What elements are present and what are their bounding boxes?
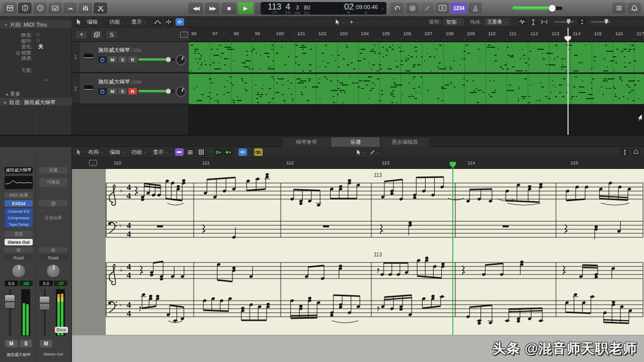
fader-cap[interactable] xyxy=(5,295,15,308)
score-notation[interactable]: ♭♭4444113♭♭4444113 xyxy=(106,169,644,335)
selection-display-icon[interactable] xyxy=(175,148,184,156)
group-slot[interactable]: 组 xyxy=(5,247,33,252)
list-editors-button[interactable] xyxy=(612,3,626,14)
resize-vertical-icon[interactable] xyxy=(620,148,629,156)
peak-value[interactable]: -37 xyxy=(54,281,67,286)
automation-mode[interactable]: Read xyxy=(5,254,33,261)
track-name[interactable]: 施坦威大钢琴 | Ch1 xyxy=(98,78,141,85)
library-button[interactable] xyxy=(3,3,17,14)
region-param-row[interactable]: Q-摇摆: xyxy=(0,50,72,55)
track-header-2[interactable]: 2 施坦威大钢琴 | Ch1 M S R xyxy=(72,73,189,105)
region-param-arrows[interactable]: ▴ ▾ xyxy=(44,78,48,81)
inspector-button[interactable] xyxy=(18,3,32,14)
bar-ruler[interactable]: 9697989910010110210310410510610710810911… xyxy=(189,28,644,42)
left-click-tool[interactable]: ⌄ xyxy=(356,149,366,155)
output-slot[interactable]: Stereo Out xyxy=(5,239,33,245)
more-disclosure[interactable]: ▶ 更多 xyxy=(6,90,20,98)
audio-fx-slot[interactable]: Compressor xyxy=(5,215,33,221)
midi-out-icon[interactable] xyxy=(224,148,233,156)
cycle-button[interactable] xyxy=(390,3,404,14)
toolbar-toggle-button[interactable] xyxy=(48,3,62,14)
notifications-bell-icon[interactable] xyxy=(627,3,641,14)
pan-knob[interactable] xyxy=(12,264,26,278)
midi-fx-slot[interactable]: MIDI 效果 xyxy=(5,192,33,199)
instrument-slot[interactable]: EXS24 xyxy=(5,200,33,207)
count-in-button[interactable]: 1234 xyxy=(451,3,467,14)
staff-view-icon[interactable] xyxy=(186,148,195,156)
strip-title[interactable]: 施坦威大钢琴 xyxy=(5,167,33,173)
region-param-row[interactable]: 力度: xyxy=(0,67,72,73)
track-header-1[interactable]: 1 施坦威大钢琴 | Ch1 M S R xyxy=(72,42,189,73)
waveform-zoom-icon[interactable] xyxy=(518,18,527,26)
pointer-tool-icon[interactable] xyxy=(76,19,82,25)
score-view-config-icon[interactable]: ⌄ xyxy=(89,160,97,166)
midi-in-icon[interactable] xyxy=(214,148,223,156)
pointer-tool-icon[interactable] xyxy=(76,149,82,155)
mixer-button[interactable] xyxy=(78,3,92,14)
snap-icon[interactable] xyxy=(238,148,247,156)
horizontal-zoom-icon[interactable] xyxy=(540,18,549,26)
audio-fx-slot[interactable]: Tape Delay xyxy=(5,221,33,227)
flex-icon[interactable] xyxy=(165,18,173,26)
score-playhead[interactable] xyxy=(452,167,453,335)
track-volume-slider[interactable] xyxy=(138,58,175,61)
master-volume-slider[interactable] xyxy=(512,6,562,12)
menu-layout[interactable]: 布局⌄ xyxy=(88,149,103,156)
rewind-button[interactable]: ◀◀ xyxy=(188,3,203,14)
stop-button[interactable]: ■ xyxy=(221,3,236,14)
snap-select[interactable]: 智能⌵ xyxy=(443,18,464,26)
fader-cap[interactable] xyxy=(40,297,49,310)
scissors-button[interactable] xyxy=(94,3,107,14)
sends-slot[interactable]: 发送 xyxy=(5,231,33,237)
page-view-icon[interactable] xyxy=(197,148,206,156)
input-slot[interactable] xyxy=(39,200,67,207)
track-inspector-header[interactable]: ▶轨道:施坦威大钢琴 xyxy=(0,98,72,107)
pencil-tool[interactable]: ⌄ xyxy=(370,149,380,155)
eq-thumbnail[interactable] xyxy=(5,176,33,189)
record-enable-button[interactable]: R xyxy=(128,56,137,63)
play-button[interactable]: ▶ xyxy=(238,3,253,14)
horizontal-zoom-slider[interactable] xyxy=(591,21,611,23)
editor-tab-钢琴卷帘[interactable]: 钢琴卷帘 xyxy=(282,137,331,147)
bell-icon[interactable] xyxy=(631,148,640,156)
track-on-button[interactable] xyxy=(98,56,107,63)
forward-button[interactable]: ▶▶ xyxy=(205,3,220,14)
solo-button[interactable]: S xyxy=(118,56,127,63)
metronome-button[interactable] xyxy=(468,3,482,14)
drag-select[interactable]: 无重叠⌵ xyxy=(484,18,510,26)
snap-icon[interactable] xyxy=(176,18,184,26)
autopunch-button[interactable] xyxy=(406,3,419,14)
record-enable-button[interactable]: R xyxy=(128,88,137,95)
vertical-zoom-slider[interactable] xyxy=(554,21,574,23)
mute-button[interactable]: M xyxy=(108,56,117,63)
add-track-button[interactable]: + xyxy=(75,30,88,39)
menu-functions[interactable]: 功能⌄ xyxy=(109,19,124,26)
midi-region-track1[interactable] xyxy=(189,42,644,72)
command-click-tool[interactable]: ＋⌄ xyxy=(349,18,359,26)
pan-knob[interactable] xyxy=(176,55,186,65)
region-param-row[interactable]: 静音: xyxy=(0,32,72,38)
mute-button[interactable]: M xyxy=(108,88,117,95)
tuner-button[interactable] xyxy=(63,3,77,14)
strip-solo-button[interactable]: S xyxy=(20,340,32,347)
lcd-display[interactable]: 113小节 4节拍 3分区 80音位 02时 :09:00.46分 ⌄ xyxy=(261,2,386,15)
strip-mute-button[interactable]: M xyxy=(40,340,52,347)
tracks-area[interactable] xyxy=(189,42,644,135)
volume-value[interactable]: 0.0 xyxy=(5,281,18,286)
duplicate-track-button[interactable] xyxy=(91,30,103,39)
eq-slot[interactable]: 均衡器 xyxy=(39,178,67,187)
vertical-zoom-icon[interactable] xyxy=(529,18,538,26)
audio-fx-label[interactable]: 音频效果 xyxy=(38,215,69,221)
score-ruler[interactable]: ⌄ 110111112113114115 xyxy=(72,158,644,169)
link-icon[interactable] xyxy=(254,148,263,156)
bounce-button[interactable]: Bnce xyxy=(55,327,68,333)
editor-tab-逐步编辑器[interactable]: 逐步编辑器 xyxy=(380,137,430,147)
group-slot[interactable]: 组 xyxy=(39,247,67,252)
region-param-row[interactable]: 移调:⌵ xyxy=(0,55,72,61)
region-inspector-header[interactable]: ▼片段: MIDI Thru xyxy=(0,21,72,29)
zoom-toggle-icon[interactable] xyxy=(578,18,587,26)
track-volume-slider[interactable] xyxy=(138,90,175,93)
left-click-tool[interactable]: ⌄ xyxy=(335,19,345,25)
midi-region-track2[interactable] xyxy=(189,74,644,104)
menu-edit[interactable]: 编辑⌄ xyxy=(87,19,102,26)
